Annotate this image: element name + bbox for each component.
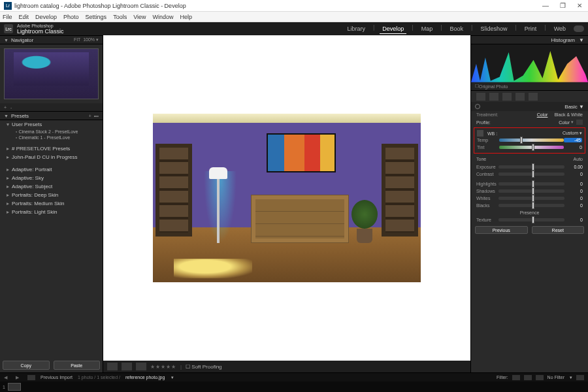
treatment-color[interactable]: Color [537, 112, 548, 117]
temp-slider[interactable]: Temp -45 [477, 137, 582, 144]
preset-group[interactable]: ▸Adaptive: Portrait [0, 165, 103, 174]
no-filter-dropdown[interactable]: No Filter [547, 375, 564, 380]
window-titlebar: Lr lightroom catalog - Adobe Photoshop L… [0, 0, 588, 12]
mask-icon[interactable] [502, 93, 512, 101]
histogram[interactable] [471, 44, 588, 82]
filmstrip-fwd-icon[interactable]: ▶ [16, 375, 22, 380]
module-develop[interactable]: Develop [380, 24, 406, 34]
texture-slider[interactable]: Texture0 [476, 216, 583, 223]
canvas[interactable] [103, 35, 470, 361]
preset-group[interactable]: ▸John-Paul D CU in Progress [0, 153, 103, 161]
preview-image [153, 114, 421, 282]
preset-item[interactable]: ▫ Cinematic 1 - PresetLove [0, 135, 103, 140]
compare-icon[interactable] [122, 363, 132, 370]
preset-group[interactable]: ▸Portraits: Light Skin [0, 208, 103, 216]
minimize-button[interactable]: — [537, 2, 554, 9]
preset-group[interactable]: ▸# PRESETLOVE Presets [0, 144, 103, 153]
navigator-header[interactable]: ▼ Navigator FIT 100% ▾ [0, 35, 103, 44]
close-button[interactable]: ✕ [571, 2, 588, 9]
menu-file[interactable]: File [3, 14, 12, 20]
grid-icon[interactable] [27, 375, 35, 380]
blacks-slider[interactable]: Blacks0 [476, 202, 583, 209]
original-photo-toggle[interactable]: ☐ Original Photo [471, 82, 588, 90]
module-web[interactable]: Web [551, 24, 568, 34]
wb-dropper-icon[interactable] [477, 130, 483, 137]
filmstrip-index: 1 [3, 385, 5, 389]
menu-develop[interactable]: Develop [35, 14, 57, 20]
count-label: 1 photo / 1 selected / [78, 375, 120, 380]
brush-icon[interactable] [529, 93, 538, 101]
highlights-slider[interactable]: Highlights0 [476, 180, 583, 188]
whites-slider[interactable]: Whites0 [476, 195, 583, 202]
app-icon: Lr [4, 2, 12, 10]
view-mode-icon[interactable] [107, 363, 118, 370]
soft-proofing-toggle[interactable]: ☐ Soft Proofing [186, 364, 221, 370]
maximize-button[interactable]: ❐ [554, 2, 571, 9]
profile-browser-icon[interactable] [576, 120, 583, 125]
contrast-slider[interactable]: Contrast0 [476, 171, 583, 178]
tone-header: ToneAuto [476, 155, 583, 163]
previous-button[interactable]: Previous [475, 226, 528, 234]
profile-row[interactable]: Profile: Color ▾ [471, 118, 588, 126]
rating-stars[interactable]: ★★★★★ [150, 364, 176, 370]
menu-view[interactable]: View [133, 14, 146, 20]
module-library[interactable]: Library [344, 24, 368, 34]
menu-settings[interactable]: Settings [86, 14, 107, 20]
basic-panel-header[interactable]: Basic ▼ [471, 102, 588, 111]
copy-button[interactable]: Copy [3, 361, 50, 370]
menu-edit[interactable]: Edit [19, 14, 29, 20]
reset-button[interactable]: Reset [532, 226, 585, 234]
menu-help[interactable]: Help [180, 14, 193, 20]
redeye-icon[interactable] [515, 93, 525, 101]
filter-star-icon[interactable] [524, 375, 532, 380]
module-book[interactable]: Book [448, 24, 466, 34]
module-print[interactable]: Print [522, 24, 540, 34]
paste-button[interactable]: Paste [54, 361, 101, 370]
preset-group[interactable]: ▸Portraits: Deep Skin [0, 191, 103, 199]
filter-color-icon[interactable] [536, 375, 544, 380]
menubar: File Edit Develop Photo Settings Tools V… [0, 12, 588, 22]
filter-flag-icon[interactable] [512, 375, 520, 380]
presets-header[interactable]: ▼Presets+ ••• [0, 111, 103, 120]
filter-lock-icon[interactable] [576, 375, 584, 380]
menu-window[interactable]: Window [153, 14, 174, 20]
survey-icon[interactable] [136, 363, 146, 370]
menu-photo[interactable]: Photo [63, 14, 79, 20]
filename-label: reference photo.jpg [125, 375, 165, 380]
brand-bar: Lrc Adobe Photoshop Lightroom Classic Li… [0, 22, 588, 35]
tint-slider[interactable]: Tint 0 [477, 144, 582, 151]
filmstrip-back-icon[interactable]: ◀ [4, 375, 10, 380]
histogram-header[interactable]: Histogram ▼ [471, 35, 588, 44]
filmstrip-thumbnail[interactable] [8, 383, 21, 391]
module-slideshow[interactable]: Slideshow [478, 24, 510, 34]
presence-header: Presence [476, 209, 583, 216]
preset-group[interactable]: ▸Adaptive: Sky [0, 174, 103, 182]
temp-value[interactable]: -45 [564, 138, 582, 142]
tool-strip [471, 90, 588, 102]
preset-group[interactable]: ▸Portraits: Medium Skin [0, 199, 103, 208]
navigator-thumbnail[interactable] [0, 44, 103, 103]
source-label[interactable]: Previous Import [41, 375, 73, 380]
crop-icon[interactable] [476, 93, 485, 101]
auto-tone-button[interactable]: Auto [574, 157, 583, 161]
exposure-slider[interactable]: Exposure0.00 [476, 163, 583, 171]
preset-group-user[interactable]: ▾User Presets [0, 120, 103, 129]
filmstrip[interactable]: 1 [0, 382, 588, 392]
menu-tools[interactable]: Tools [113, 14, 127, 20]
window-title: lightroom catalog - Adobe Photoshop Ligh… [14, 3, 186, 9]
center-panel: ★★★★★ | ☐ Soft Proofing [103, 35, 470, 372]
treatment-bw[interactable]: Black & White [554, 112, 583, 117]
shadows-slider[interactable]: Shadows0 [476, 188, 583, 195]
heal-icon[interactable] [489, 93, 498, 101]
module-map[interactable]: Map [419, 24, 436, 34]
preset-group[interactable]: ▸Adaptive: Subject [0, 182, 103, 191]
preset-item[interactable]: ▫ Cinema Stock 2 - PresetLove [0, 129, 103, 135]
filter-label: Filter: [497, 375, 508, 380]
panel-toggle-icon[interactable] [475, 104, 480, 109]
module-picker: Library| Develop| Map| Book| Slideshow| … [344, 24, 568, 34]
cloud-sync-icon[interactable] [574, 25, 584, 32]
snapshot-row: + - [0, 103, 103, 111]
tint-value[interactable]: 0 [564, 145, 582, 150]
presets-list: ▾User Presets ▫ Cinema Stock 2 - PresetL… [0, 120, 103, 216]
wb-preset-dropdown[interactable]: Custom ▾ [563, 131, 582, 135]
